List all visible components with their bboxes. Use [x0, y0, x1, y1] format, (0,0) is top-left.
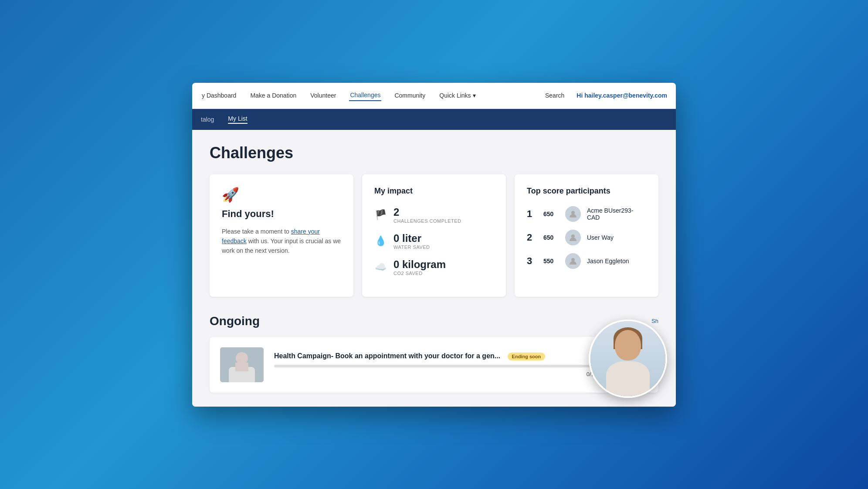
person-body	[606, 361, 650, 396]
campaign-badge: Ending soon	[508, 353, 546, 360]
challenges-completed-value: 2	[393, 206, 461, 218]
water-saved-label: WATER SAVED	[393, 244, 430, 250]
cloud-icon: ☁️	[374, 261, 387, 273]
impact-row-water: 💧 0 liter WATER SAVED	[374, 232, 494, 250]
name-2: User Way	[587, 234, 614, 241]
search-link[interactable]: Search	[545, 92, 564, 99]
score-row-3: 3 550 Jason Eggleton	[527, 253, 646, 269]
nav-item-dashboard[interactable]: y Dashboard	[201, 90, 237, 101]
campaign-image-inner	[220, 347, 264, 382]
rank-1: 1	[527, 208, 537, 220]
impact-title: My impact	[374, 187, 494, 196]
svg-point-4	[236, 352, 248, 364]
impact-row-challenges: 🏴 2 CHALLENGES COMPLETED	[374, 206, 494, 224]
find-yours-card: 🚀 Find yours! Please take a moment to sh…	[210, 174, 353, 297]
impact-card: My impact 🏴 2 CHALLENGES COMPLETED 💧 0 l…	[362, 174, 506, 297]
co2-saved-label: CO2 SAVED	[393, 271, 446, 276]
campaign-info: Health Campaign- Book an appointment wit…	[274, 352, 608, 377]
svg-point-0	[571, 211, 575, 214]
impact-row-co2: ☁️ 0 kilogram CO2 SAVED	[374, 258, 494, 276]
name-1: Acme BUser293-CAD	[587, 207, 646, 221]
campaign-image	[220, 347, 264, 382]
top-score-title: Top score participants	[527, 187, 646, 196]
find-yours-description: Please take a moment to share your feedb…	[222, 227, 341, 256]
subnav-mylist[interactable]: My List	[228, 115, 247, 124]
rank-2: 2	[527, 232, 537, 243]
campaign-title: Health Campaign- Book an appointment wit…	[274, 352, 608, 360]
find-yours-title: Find yours!	[222, 208, 341, 220]
co2-saved-value: 0 kilogram	[393, 258, 446, 271]
nav-item-quicklinks[interactable]: Quick Links ▾	[438, 90, 476, 101]
challenges-completed-label: CHALLENGES COMPLETED	[393, 218, 461, 224]
ongoing-title: Ongoing	[210, 314, 260, 328]
water-icon: 💧	[374, 235, 387, 247]
nav-item-donation[interactable]: Make a Donation	[249, 90, 297, 101]
greeting-text: Hi	[576, 92, 584, 99]
avatar-3	[565, 253, 581, 269]
points-1: 650	[543, 211, 559, 217]
nav-item-volunteer[interactable]: Volunteer	[309, 90, 337, 101]
nav-item-community[interactable]: Community	[393, 90, 426, 101]
sub-nav: talog My List	[192, 109, 676, 130]
points-3: 550	[543, 258, 559, 265]
rank-3: 3	[527, 255, 537, 267]
flag-icon: 🏴	[374, 209, 387, 221]
avatar-2	[565, 230, 581, 245]
score-row-1: 1 650 Acme BUser293-CAD	[527, 206, 646, 222]
browser-window: y Dashboard Make a Donation Volunteer Ch…	[192, 83, 676, 407]
rocket-icon: 🚀	[222, 187, 341, 203]
top-score-card: Top score participants 1 650 Acme BUser2…	[515, 174, 658, 297]
progress-bar-fill	[274, 365, 281, 367]
campaign-days: 0/1 days	[274, 371, 608, 377]
points-2: 650	[543, 234, 559, 241]
svg-point-1	[571, 234, 575, 238]
avatar-1	[565, 206, 581, 222]
svg-point-2	[571, 258, 575, 261]
cards-row: 🚀 Find yours! Please take a moment to sh…	[210, 174, 658, 297]
find-yours-text-start: Please take a moment to	[222, 228, 291, 235]
nav-item-challenges[interactable]: Challenges	[349, 90, 381, 101]
page-title: Challenges	[210, 144, 658, 162]
video-person	[590, 321, 665, 396]
person-head	[615, 330, 641, 360]
user-greeting: Hi hailey.casper@benevity.com	[576, 92, 667, 99]
svg-rect-6	[235, 363, 248, 371]
water-saved-value: 0 liter	[393, 232, 430, 244]
progress-bar-background	[274, 365, 608, 367]
score-row-2: 2 650 User Way	[527, 230, 646, 245]
user-email: hailey.casper@benevity.com	[584, 92, 667, 99]
video-overlay	[589, 319, 667, 398]
name-3: Jason Eggleton	[587, 258, 629, 265]
subnav-catalog[interactable]: talog	[201, 116, 214, 123]
top-nav: y Dashboard Make a Donation Volunteer Ch…	[192, 83, 676, 109]
